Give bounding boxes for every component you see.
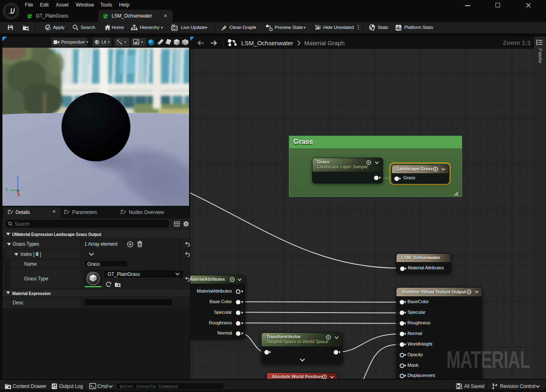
svg-text:i: i — [373, 28, 374, 31]
